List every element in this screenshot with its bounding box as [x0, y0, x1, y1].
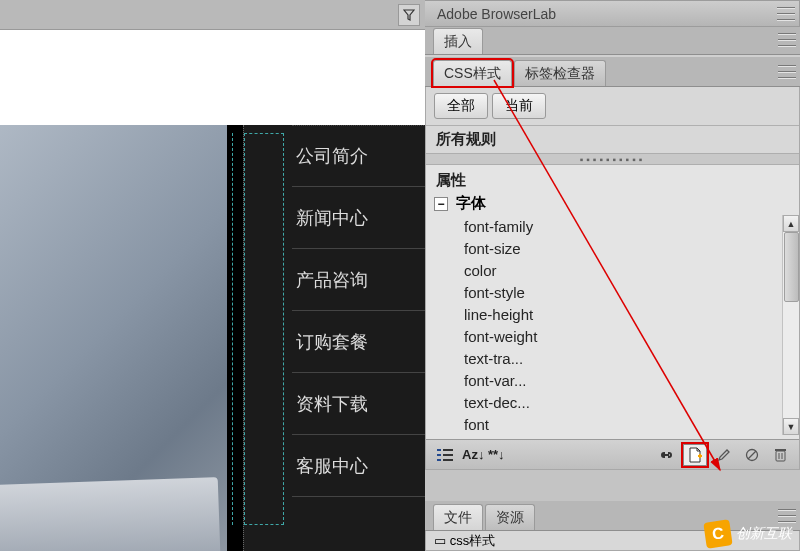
- tab-tag-inspector[interactable]: 标签检查器: [514, 60, 606, 86]
- svg-rect-1: [443, 449, 453, 451]
- tab-label: CSS样式: [444, 65, 501, 83]
- menu-item[interactable]: 资料下载: [292, 373, 426, 435]
- svg-rect-10: [775, 449, 786, 451]
- property-row[interactable]: font: [426, 413, 799, 435]
- svg-rect-4: [437, 459, 441, 461]
- menu-item[interactable]: 公司简介: [292, 125, 426, 187]
- svg-line-8: [748, 451, 756, 459]
- funnel-icon: [403, 9, 415, 21]
- sort-label[interactable]: Az↓ **↓: [462, 447, 505, 462]
- tab-files[interactable]: 文件: [433, 504, 483, 530]
- menu-item[interactable]: 产品咨询: [292, 249, 426, 311]
- guide-box: [244, 133, 284, 525]
- list-view-icon[interactable]: [434, 445, 456, 465]
- property-list: font-family font-size color font-style l…: [426, 215, 799, 435]
- tab-label: 插入: [444, 33, 472, 51]
- scrollbar[interactable]: ▲ ▼: [782, 215, 799, 435]
- collapser-dots: ▪▪▪▪▪▪▪▪▪▪: [580, 154, 645, 165]
- menu-column: 公司简介 新闻中心 产品咨询 订购套餐 资料下载 客服中心: [243, 125, 425, 551]
- css-filter-bar: 全部 当前: [426, 87, 799, 126]
- css-tab-row: CSS样式 标签检查器: [425, 57, 800, 87]
- workspace-pane: 公司简介 新闻中心 产品咨询 订购套餐 资料下载 客服中心: [0, 0, 425, 551]
- filter-button[interactable]: [398, 4, 420, 26]
- workspace-topbar: [0, 0, 425, 30]
- canvas-background: 公司简介 新闻中心 产品咨询 订购套餐 资料下载 客服中心: [0, 125, 425, 551]
- tab-css-styles[interactable]: CSS样式: [433, 60, 512, 86]
- property-row[interactable]: text-tra...: [426, 347, 799, 369]
- panel-title: Adobe BrowserLab: [425, 6, 568, 22]
- svg-rect-2: [437, 454, 441, 456]
- watermark-text: 创新互联: [736, 525, 792, 543]
- group-label: 字体: [456, 194, 486, 213]
- browserlab-panel-header[interactable]: Adobe BrowserLab: [425, 0, 800, 27]
- property-row[interactable]: font-var...: [426, 369, 799, 391]
- tab-label: 文件: [444, 509, 472, 527]
- property-row[interactable]: font-family: [426, 215, 799, 237]
- disable-icon[interactable]: [741, 445, 763, 465]
- menu-item[interactable]: 新闻中心: [292, 187, 426, 249]
- all-button[interactable]: 全部: [434, 93, 488, 119]
- dropdown-label: css样式: [450, 533, 496, 548]
- font-group-header[interactable]: − 字体: [426, 192, 799, 215]
- svg-rect-9: [776, 451, 785, 461]
- menu-item[interactable]: 订购套餐: [292, 311, 426, 373]
- dark-sidebar: 公司简介 新闻中心 产品咨询 订购套餐 资料下载 客服中心: [227, 125, 425, 551]
- tab-resources[interactable]: 资源: [485, 504, 535, 530]
- all-rules-label: 所有规则: [426, 126, 799, 153]
- menu-item[interactable]: 客服中心: [292, 435, 426, 497]
- scroll-thumb[interactable]: [784, 232, 799, 302]
- collapse-toggle-icon[interactable]: −: [434, 197, 448, 211]
- panel-menu-icon[interactable]: [777, 7, 795, 21]
- new-css-rule-button[interactable]: [683, 444, 707, 466]
- scroll-up-icon[interactable]: ▲: [783, 215, 799, 232]
- insert-tab-row: 插入: [425, 27, 800, 55]
- css-panel-body: 全部 当前 所有规则 ▪▪▪▪▪▪▪▪▪▪ 属性 − 字体 font-famil…: [425, 87, 800, 470]
- svg-rect-6: [663, 454, 669, 456]
- menu-list: 公司简介 新闻中心 产品咨询 订购套餐 资料下载 客服中心: [292, 125, 426, 497]
- css-toolbar: Az↓ **↓: [426, 439, 799, 469]
- property-row[interactable]: font-size: [426, 237, 799, 259]
- watermark: C 创新互联: [705, 521, 792, 547]
- tab-label: 资源: [496, 509, 524, 527]
- collapser[interactable]: ▪▪▪▪▪▪▪▪▪▪: [426, 153, 799, 165]
- new-document-icon: [687, 447, 703, 463]
- panels-column: Adobe BrowserLab 插入 CSS样式 标签检查器 全部 当前 所有…: [425, 0, 800, 551]
- pencil-icon[interactable]: [713, 445, 735, 465]
- property-row[interactable]: line-height: [426, 303, 799, 325]
- tab-insert[interactable]: 插入: [433, 28, 483, 54]
- trash-icon[interactable]: [769, 445, 791, 465]
- properties-label: 属性: [426, 169, 799, 192]
- property-row[interactable]: text-dec...: [426, 391, 799, 413]
- scroll-down-icon[interactable]: ▼: [783, 418, 799, 435]
- panel-menu-icon[interactable]: [778, 65, 796, 79]
- panel-menu-icon[interactable]: [778, 33, 796, 47]
- guide-line: [232, 133, 233, 525]
- properties-area: 属性 − 字体 font-family font-size color font…: [426, 165, 799, 439]
- svg-rect-3: [443, 454, 453, 456]
- tab-label: 标签检查器: [525, 65, 595, 83]
- property-row[interactable]: color: [426, 259, 799, 281]
- property-row[interactable]: font-weight: [426, 325, 799, 347]
- property-row[interactable]: font-style: [426, 281, 799, 303]
- svg-rect-0: [437, 449, 441, 451]
- svg-rect-5: [443, 459, 453, 461]
- current-button[interactable]: 当前: [492, 93, 546, 119]
- link-icon[interactable]: [655, 445, 677, 465]
- document-canvas[interactable]: 公司简介 新闻中心 产品咨询 订购套餐 资料下载 客服中心: [0, 30, 425, 551]
- watermark-logo-icon: C: [703, 519, 732, 548]
